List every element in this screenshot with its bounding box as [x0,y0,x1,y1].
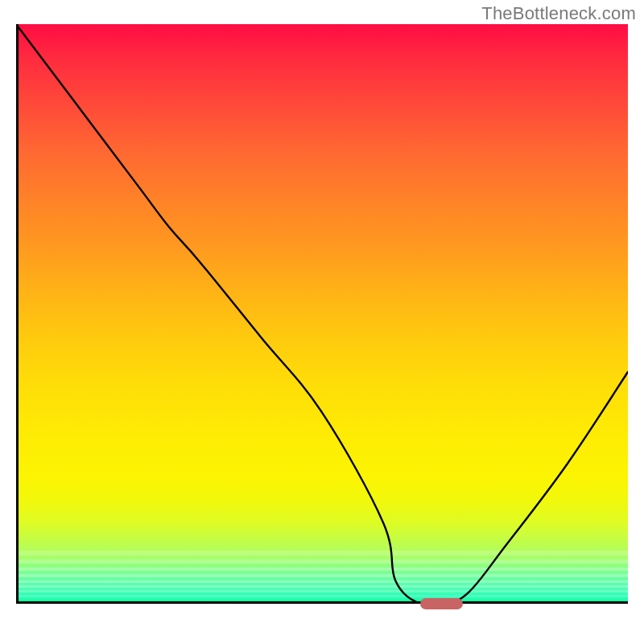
curve-svg [16,24,628,604]
bottleneck-curve [16,24,628,604]
watermark-text: TheBottleneck.com [481,3,636,24]
optimal-marker [420,598,463,609]
chart-container: TheBottleneck.com [0,0,644,644]
plot-area [16,24,628,636]
